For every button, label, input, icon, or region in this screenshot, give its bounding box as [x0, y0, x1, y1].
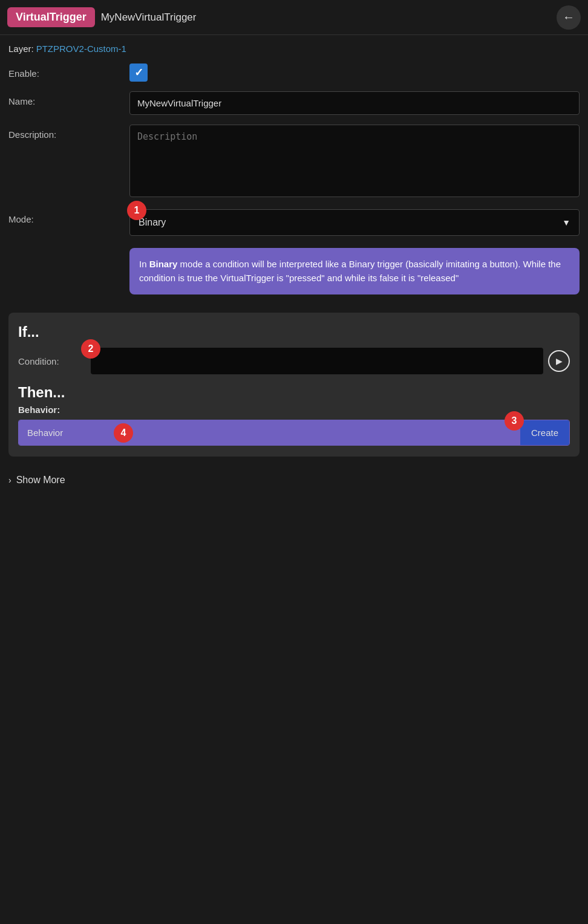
if-then-panel: If... 2 Condition: ▶ Then... Behavior: 3… — [8, 313, 580, 457]
create-button[interactable]: Create — [520, 420, 569, 445]
layer-label: Layer: — [8, 44, 34, 54]
show-more-row[interactable]: › Show More — [0, 465, 588, 495]
step-badge-4: 4 — [114, 423, 133, 443]
header: VirtualTrigger MyNewVirtualTrigger ← — [0, 0, 588, 35]
name-row: Name: — [8, 91, 580, 115]
dropdown-arrow-icon: ▼ — [562, 218, 570, 227]
mode-control: Binary ▼ — [129, 209, 580, 236]
step-badge-1: 1 — [127, 201, 146, 220]
info-prefix: In — [139, 259, 149, 269]
description-label: Description: — [8, 125, 129, 140]
info-box: In Binary mode a condition will be inter… — [129, 248, 580, 294]
mode-row: 1 Mode: Binary ▼ — [8, 209, 580, 236]
step-badge-3: 3 — [505, 411, 524, 431]
play-button[interactable]: ▶ — [548, 350, 570, 372]
description-control — [129, 125, 580, 200]
enable-checkbox[interactable] — [129, 63, 148, 82]
back-button[interactable]: ← — [557, 5, 581, 30]
behavior-label: Behavior: — [18, 405, 570, 415]
enable-row: Enable: — [8, 63, 580, 82]
condition-input[interactable] — [91, 348, 543, 374]
step-badge-2: 2 — [81, 339, 100, 359]
behavior-wrapper: 3 4 Create — [18, 420, 570, 446]
mode-value: Binary — [139, 217, 166, 228]
behavior-row: Create — [18, 420, 570, 446]
mode-label: Mode: — [8, 209, 129, 224]
enable-label: Enable: — [8, 63, 129, 79]
name-input[interactable] — [129, 91, 580, 115]
mode-select[interactable]: Binary ▼ — [129, 209, 580, 236]
description-textarea[interactable] — [129, 125, 580, 197]
then-heading: Then... — [18, 384, 570, 401]
name-label: Name: — [8, 91, 129, 106]
name-control — [129, 91, 580, 115]
layer-row: Layer: PTZPROV2-Custom-1 — [8, 44, 580, 54]
info-text: mode a condition will be interpreted lik… — [139, 259, 561, 283]
info-row: In Binary mode a condition will be inter… — [8, 246, 580, 294]
if-heading: If... — [18, 324, 570, 340]
header-title: MyNewVirtualTrigger — [101, 11, 550, 24]
condition-row: 2 Condition: ▶ — [18, 348, 570, 374]
condition-label: Condition: — [18, 356, 91, 366]
main-content: Layer: PTZPROV2-Custom-1 Enable: Name: D… — [0, 35, 588, 313]
layer-link[interactable]: PTZPROV2-Custom-1 — [36, 44, 126, 54]
behavior-input[interactable] — [19, 420, 520, 445]
info-mode-bold: Binary — [149, 259, 178, 269]
enable-control — [129, 63, 580, 82]
virtual-trigger-badge: VirtualTrigger — [7, 7, 95, 27]
description-row: Description: — [8, 125, 580, 200]
chevron-right-icon: › — [8, 475, 11, 485]
show-more-label: Show More — [16, 475, 65, 486]
